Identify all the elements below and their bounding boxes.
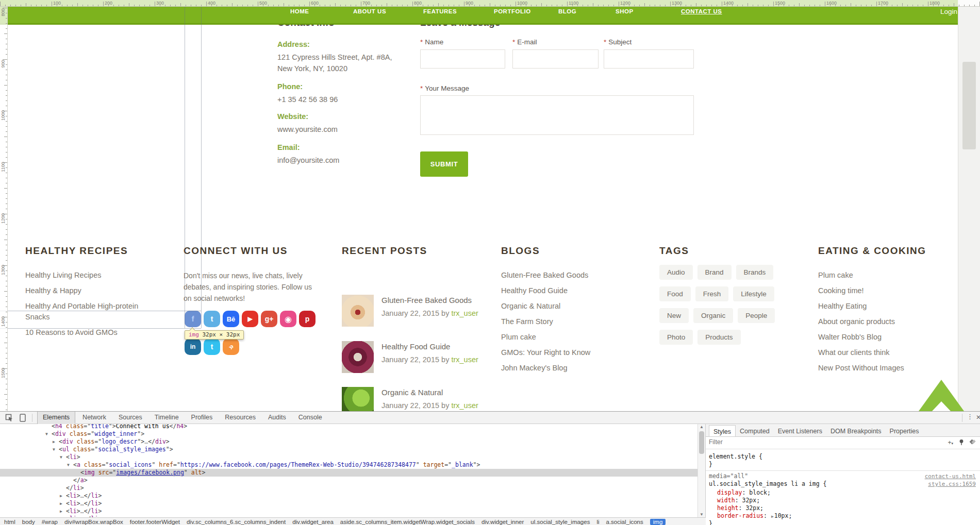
footer-link[interactable]: What our clients think	[818, 347, 944, 358]
tag-pill[interactable]: Brands	[736, 265, 774, 280]
breadcrumb-item[interactable]: div.widget_area	[292, 519, 334, 525]
footer-link[interactable]: Walter Robb's Blog	[818, 332, 944, 343]
tree-row[interactable]: <img src="images/facebook.png" alt>	[0, 469, 697, 477]
styles-tab[interactable]: Event Listeners	[774, 425, 826, 436]
tree-row[interactable]: ▶<li>…</li>	[0, 492, 697, 500]
attr-value-link[interactable]: images/facebook.png	[116, 469, 184, 476]
post-author[interactable]: trx_user	[451, 309, 478, 317]
tree-row[interactable]: </li>	[0, 484, 697, 492]
footer-link[interactable]: Gluten-Free Baked Goods	[501, 270, 627, 281]
breadcrumb-item[interactable]: #wrap	[42, 519, 58, 525]
expand-arrow-icon[interactable]: ▶	[60, 492, 66, 500]
dribbble-icon[interactable]: ◉	[280, 311, 296, 327]
collapse-arrow-icon[interactable]: ▼	[67, 461, 73, 469]
color-format-icon[interactable]	[969, 439, 976, 447]
footer-link[interactable]: Cooking time!	[818, 285, 944, 296]
media-source-link[interactable]: contact-us.html	[925, 472, 976, 480]
expand-arrow-icon[interactable]: ▶	[60, 500, 66, 507]
post-title[interactable]: Gluten-Free Baked Goods	[381, 296, 472, 304]
breadcrumb-item[interactable]: ul.social_style_images	[530, 519, 590, 525]
tag-pill[interactable]: Brand	[697, 265, 732, 280]
tag-pill[interactable]: Photo	[659, 330, 693, 345]
tag-pill[interactable]: Audio	[659, 265, 693, 280]
googleplus-icon[interactable]: g+	[261, 311, 277, 327]
post-author[interactable]: trx_user	[451, 355, 478, 364]
tag-pill[interactable]: People	[738, 308, 775, 323]
post-author[interactable]: trx_user	[451, 401, 478, 410]
expand-arrow-icon[interactable]: ▶	[53, 438, 59, 446]
footer-link[interactable]: GMOs: Your Right to Know	[501, 347, 627, 358]
footer-link[interactable]: Healthy And Portable High-protein Snacks	[25, 301, 152, 323]
post-title[interactable]: Healthy Food Guide	[381, 342, 450, 351]
scrollbar-down-icon[interactable]: ▼	[698, 512, 705, 517]
linkedin-icon[interactable]: in	[185, 338, 201, 355]
tree-row[interactable]: ▶<div class="logo_descr">…</div>	[0, 438, 697, 446]
collapse-arrow-icon[interactable]: ▼	[60, 453, 66, 461]
devtools-tab[interactable]: Timeline	[150, 412, 184, 424]
styles-filter-input[interactable]	[709, 438, 905, 446]
subject-input[interactable]	[604, 49, 694, 69]
rule-source-link[interactable]: style.css:1659	[928, 480, 976, 488]
footer-link[interactable]: Healthy Living Recipes	[25, 270, 152, 281]
breadcrumb-item[interactable]: body	[22, 519, 35, 525]
tree-row[interactable]: ▼<li>	[0, 453, 697, 461]
expand-arrow-icon[interactable]: ▶	[60, 507, 66, 515]
post-thumbnail[interactable]	[342, 341, 374, 373]
element-state-pin-icon[interactable]	[958, 439, 965, 447]
message-textarea[interactable]	[420, 95, 694, 135]
tree-row[interactable]: ▶<li>…</li>	[0, 507, 697, 515]
page-scrollbar-thumb[interactable]	[962, 62, 976, 149]
device-mode-icon[interactable]	[20, 414, 26, 424]
breadcrumb-item[interactable]: li	[596, 519, 599, 525]
new-style-rule-icon[interactable]: +▾	[948, 439, 953, 446]
inspect-element-icon[interactable]	[5, 414, 13, 424]
breadcrumb-item[interactable]: footer.footerWidget	[130, 519, 180, 525]
tree-row[interactable]: ▶<li>…</li>	[0, 500, 697, 507]
page-scrollbar[interactable]	[958, 0, 980, 411]
collapse-arrow-icon[interactable]: ▼	[53, 446, 59, 453]
breadcrumb-item[interactable]: html	[4, 519, 15, 525]
twitter2-icon[interactable]: t	[204, 338, 220, 355]
devtools-menu-icon[interactable]: ⋮	[967, 413, 973, 420]
breadcrumb-item[interactable]: img	[650, 519, 666, 525]
footer-link[interactable]: Organic & Natural	[501, 301, 627, 312]
styles-tab[interactable]: Computed	[736, 425, 774, 436]
scrollbar-thumb[interactable]	[699, 431, 704, 454]
post-title[interactable]: Organic & Natural	[381, 388, 443, 397]
devtools-tab[interactable]: Sources	[113, 412, 147, 424]
breadcrumb-item[interactable]: aside.sc_columns_item.widgetWrap.widget_…	[340, 519, 475, 525]
footer-link[interactable]: Plum cake	[501, 332, 627, 343]
breadcrumb-item[interactable]: a.social_icons	[606, 519, 643, 525]
tree-row[interactable]: <h4 class="title">Connect with us</h4>	[0, 424, 697, 430]
devtools-tab[interactable]: Console	[293, 412, 327, 424]
tree-row[interactable]: ▼<a class="social_icons" href="https://w…	[0, 461, 697, 469]
tag-pill[interactable]: Products	[697, 330, 740, 345]
footer-link[interactable]: The Farm Story	[501, 316, 627, 327]
post-thumbnail[interactable]	[342, 295, 374, 327]
elements-scrollbar[interactable]: ▲ ▼	[697, 424, 705, 517]
footer-link[interactable]: John Mackey's Blog	[501, 363, 627, 374]
tag-pill[interactable]: Fresh	[695, 286, 729, 301]
submit-button[interactable]: SUBMIT	[420, 151, 468, 177]
breadcrumb-item[interactable]: div.widget_inner	[481, 519, 524, 525]
devtools-tab[interactable]: Resources	[220, 412, 261, 424]
footer-link[interactable]: 10 Reasons to Avoid GMOs	[25, 327, 152, 338]
footer-link[interactable]: Plum cake	[818, 270, 944, 281]
tree-row[interactable]: ▼<ul class="social_style_images">	[0, 446, 697, 453]
tree-row[interactable]: ▼<div class="widget_inner">	[0, 430, 697, 438]
styles-tab[interactable]: Styles	[709, 425, 736, 436]
twitter-icon[interactable]: t	[204, 311, 220, 327]
devtools-tab[interactable]: Audits	[263, 412, 291, 424]
tag-pill[interactable]: Lifestyle	[733, 286, 774, 301]
tag-pill[interactable]: New	[659, 308, 689, 323]
devtools-tab[interactable]: Network	[77, 412, 111, 424]
breadcrumb-item[interactable]: div#wrapBox.wrapBox	[64, 519, 123, 525]
footer-link[interactable]: About organic products	[818, 316, 944, 327]
collapse-arrow-icon[interactable]: ▼	[45, 430, 52, 438]
breadcrumb-item[interactable]: div.sc_columns_6.sc_columns_indent	[187, 519, 286, 525]
footer-link[interactable]: New Post Without Images	[818, 363, 944, 374]
name-input[interactable]	[420, 49, 505, 69]
tree-row[interactable]: </a>	[0, 477, 697, 484]
devtools-close-icon[interactable]: ✕	[976, 414, 980, 421]
footer-link[interactable]: Healthy Food Guide	[501, 285, 627, 296]
